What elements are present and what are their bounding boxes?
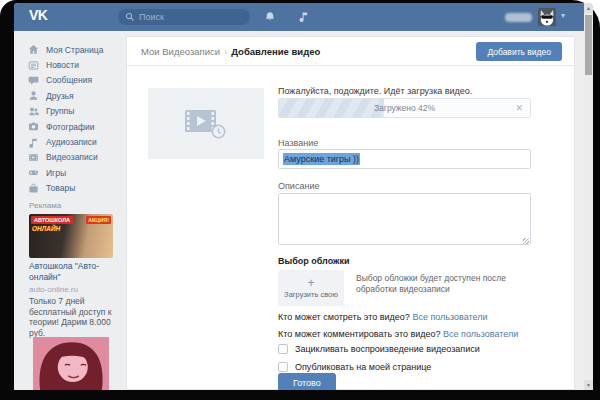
goods-icon: [28, 183, 39, 194]
privacy-comment-question: Кто может комментировать это видео?: [278, 329, 441, 339]
ad-banner-text: АВТОШКОЛА: [31, 216, 73, 224]
title-selected-text: Амурские тигры )): [283, 153, 360, 165]
upload-progress-bar: Загружено 42% ✕: [278, 98, 531, 118]
description-textarea[interactable]: [278, 193, 531, 245]
progress-label: Загружено 42%: [279, 99, 530, 117]
ad-banner-text: ОНЛАЙН: [32, 225, 60, 232]
add-video-button[interactable]: Добавить видео: [476, 42, 562, 61]
sidebar-item-news[interactable]: Новости: [28, 57, 126, 72]
video-thumbnail-placeholder: [148, 88, 264, 159]
textarea-resize-grip[interactable]: [523, 238, 529, 244]
sidebar-item-video[interactable]: Видеозаписи: [28, 150, 126, 165]
music-note-icon[interactable]: [298, 11, 310, 23]
dog-avatar-image: [538, 8, 556, 26]
user-avatar[interactable]: [538, 8, 556, 26]
search-box[interactable]: [118, 9, 250, 25]
title-field-label: Название: [278, 138, 318, 148]
page-title: Добавление видео: [231, 46, 320, 57]
checkbox-unchecked[interactable]: [278, 344, 288, 354]
plus-icon: +: [278, 277, 344, 290]
sidebar-item-messages[interactable]: Сообщения: [28, 73, 126, 88]
upload-cover-button[interactable]: + Загрузить свою: [278, 270, 344, 306]
privacy-comment-link[interactable]: Все пользователи: [443, 329, 518, 339]
cover-section-label: Выбор обложки: [278, 256, 349, 266]
chevron-down-icon[interactable]: ▾: [561, 11, 565, 20]
upload-status-text: Пожалуйста, подождите. Идёт загрузка вид…: [278, 86, 472, 96]
cancel-upload-icon[interactable]: ✕: [515, 99, 523, 117]
friends-icon: [28, 90, 39, 101]
publish-on-page-checkbox-row[interactable]: Опубликовать на моей странице: [278, 362, 431, 372]
groups-icon: [28, 106, 39, 117]
ads-section-label: Реклама: [29, 201, 61, 210]
sidebar-item-games[interactable]: Игры: [28, 165, 126, 180]
sidebar-item-my-page[interactable]: Моя Страница: [28, 42, 126, 57]
scroll-up-arrow[interactable]: ▲: [584, 3, 593, 13]
home-icon: [28, 44, 39, 55]
publish-on-page-label: Опубликовать на моей странице: [295, 362, 431, 372]
film-clock-icon: [185, 109, 227, 139]
games-icon: [28, 167, 39, 178]
checkbox-unchecked[interactable]: [278, 362, 288, 372]
sidebar-item-photos[interactable]: Фотографии: [28, 119, 126, 134]
ad-banner-badge: АКЦИЯ!: [86, 216, 111, 224]
top-navigation-bar: VK ▾: [14, 3, 593, 31]
sidebar-item-groups[interactable]: Группы: [28, 104, 126, 119]
privacy-comment-row: Кто может комментировать это видео? Все …: [278, 329, 518, 339]
photos-icon: [28, 121, 39, 132]
privacy-view-link[interactable]: Все пользователи: [412, 312, 487, 322]
privacy-view-question: Кто может смотреть это видео?: [278, 312, 410, 322]
loop-playback-checkbox-row[interactable]: Зацикливать воспроизведение видеозаписи: [278, 344, 480, 354]
sidebar-item-goods[interactable]: Товары: [28, 181, 126, 196]
ad-body-text: Только 7 дней бесплатный доступ к теории…: [29, 296, 121, 338]
sidebar-menu: Моя Страница Новости Сообщения Друзья Гр…: [28, 42, 126, 196]
scrollbar-thumb[interactable]: [585, 15, 592, 75]
scroll-down-arrow[interactable]: ▼: [584, 380, 593, 390]
upload-cover-label: Загрузить свою: [278, 290, 344, 299]
notifications-bell-icon[interactable]: [264, 11, 276, 23]
breadcrumb-my-videos[interactable]: Мои Видеозаписи: [141, 46, 220, 57]
ad-banner-driving-school[interactable]: АВТОШКОЛА ОНЛАЙН АКЦИЯ!: [29, 214, 113, 258]
breadcrumb-separator: ›: [224, 46, 227, 57]
news-icon: [28, 60, 39, 71]
ad-title-link[interactable]: Автошкола "Авто-онлайн": [29, 261, 119, 283]
vk-logo[interactable]: VK: [29, 7, 47, 23]
ad-url: auto-online.ru: [29, 285, 78, 294]
user-name-blurred[interactable]: [505, 13, 532, 22]
video-icon: [28, 152, 39, 163]
ad-photo-woman-pink: [28, 337, 114, 390]
cover-hint-text: Выбор обложки будет доступен после обраб…: [356, 273, 536, 295]
description-field-label: Описание: [278, 181, 319, 191]
breadcrumb: Мои Видеозаписи›Добавление видео: [141, 37, 320, 66]
privacy-view-row: Кто может смотреть это видео? Все пользо…: [278, 312, 488, 322]
messages-icon: [28, 75, 39, 86]
panel-header: Мои Видеозаписи›Добавление видео Добавит…: [127, 37, 574, 66]
title-input[interactable]: Амурские тигры )): [278, 149, 531, 169]
content-panel: Мои Видеозаписи›Добавление видео Добавит…: [126, 36, 575, 390]
ad-image-pink-portrait[interactable]: [28, 337, 114, 390]
loop-playback-label: Зацикливать воспроизведение видеозаписи: [295, 344, 480, 354]
sidebar-item-audio[interactable]: Аудиозаписи: [28, 134, 126, 149]
audio-icon: [28, 137, 39, 148]
search-input[interactable]: [139, 12, 243, 22]
search-icon: [125, 12, 135, 22]
scrollbar[interactable]: ▲ ▼: [584, 3, 593, 390]
done-button[interactable]: Готово: [278, 373, 336, 390]
browser-viewport: VK ▾: [14, 3, 593, 390]
sidebar-item-friends[interactable]: Друзья: [28, 88, 126, 103]
